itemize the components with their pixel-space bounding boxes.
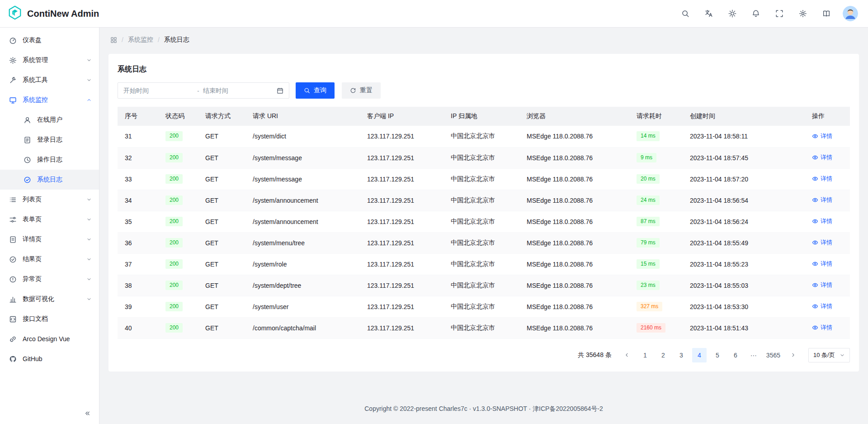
detail-link[interactable]: 详情 — [812, 281, 832, 289]
cell-no: 40 — [118, 317, 158, 338]
sidebar-item-form-page[interactable]: 表单页 — [0, 210, 99, 229]
app-logo[interactable]: ContiNew Admin — [7, 5, 99, 22]
detail-link[interactable]: 详情 — [812, 175, 832, 183]
sidebar-item-operation-log[interactable]: 操作日志 — [0, 150, 99, 170]
range-separator: - — [197, 87, 199, 94]
docs-button[interactable] — [819, 6, 834, 21]
cell-created-time: 2023-11-04 18:55:03 — [683, 275, 805, 296]
pagination-page-3[interactable]: 3 — [674, 348, 689, 362]
status-badge: 200 — [165, 238, 183, 248]
detail-link[interactable]: 详情 — [812, 238, 832, 247]
history-icon — [24, 156, 32, 164]
chevron-down-icon — [86, 237, 92, 242]
api-doc-icon — [9, 315, 17, 323]
sidebar-item-data-visualization[interactable]: 数据可视化 — [0, 289, 99, 309]
pagination-page-2[interactable]: 2 — [656, 348, 670, 362]
cell-browser: MSEdge 118.0.2088.76 — [519, 232, 629, 253]
settings-icon — [799, 10, 807, 18]
column-header: 序号 — [118, 107, 158, 126]
detail-link[interactable]: 详情 — [812, 260, 832, 268]
column-header: IP 归属地 — [443, 107, 519, 126]
end-time-input[interactable] — [203, 87, 273, 94]
pagination-page-1[interactable]: 1 — [638, 348, 652, 362]
sidebar-item-arco-design-vue[interactable]: Arco Design Vue — [0, 329, 99, 349]
cell-method: GET — [198, 190, 245, 211]
cell-ip-region: 中国北京北京市 — [443, 126, 519, 147]
sidebar-item-system-log[interactable]: 系统日志 — [0, 170, 99, 190]
apps-grid-icon[interactable] — [110, 37, 117, 43]
app-logo-icon — [7, 5, 23, 22]
search-icon — [304, 87, 310, 94]
sidebar-item-list-page[interactable]: 列表页 — [0, 190, 99, 210]
page-size-select[interactable]: 10 条/页 — [808, 348, 850, 362]
sidebar-item-api-doc[interactable]: 接口文档 — [0, 309, 99, 329]
cell-method: GET — [198, 253, 245, 275]
sidebar-item-detail-page[interactable]: 详情页 — [0, 229, 99, 249]
sidebar-item-github[interactable]: GitHub — [0, 349, 99, 369]
cell-client-ip: 123.117.129.251 — [360, 190, 443, 211]
docs-icon — [822, 10, 830, 18]
duration-badge: 24 ms — [637, 195, 660, 205]
detail-link[interactable]: 详情 — [812, 196, 832, 204]
detail-link[interactable]: 详情 — [812, 302, 832, 310]
sidebar-item-system-monitor[interactable]: 系统监控 — [0, 90, 99, 110]
chevron-down-icon — [86, 197, 92, 202]
cell-method: GET — [198, 147, 245, 168]
sidebar-item-online-users[interactable]: 在线用户 — [0, 110, 99, 130]
cell-no: 34 — [118, 190, 158, 211]
sidebar-collapse-button[interactable] — [81, 407, 94, 419]
search-button[interactable]: 查询 — [296, 82, 335, 99]
detail-link-label: 详情 — [821, 260, 832, 268]
pagination-page-4[interactable]: 4 — [692, 348, 707, 362]
detail-link[interactable]: 详情 — [812, 324, 832, 332]
cell-created-time: 2023-11-04 18:56:54 — [683, 190, 805, 211]
pagination-page-6[interactable]: 6 — [728, 348, 743, 362]
reset-button[interactable]: 重置 — [342, 82, 381, 99]
cell-client-ip: 123.117.129.251 — [360, 296, 443, 317]
pagination-prev-button[interactable] — [620, 348, 634, 362]
sidebar-item-result-page[interactable]: 结果页 — [0, 249, 99, 269]
pagination-total: 共 35648 条 — [578, 351, 612, 359]
cell-client-ip: 123.117.129.251 — [360, 211, 443, 232]
chevron-down-icon — [86, 57, 92, 63]
sidebar-item-system-management[interactable]: 系统管理 — [0, 50, 99, 70]
chevron-down-icon — [86, 217, 92, 222]
detail-link-label: 详情 — [821, 238, 832, 247]
date-range-picker[interactable]: - — [118, 82, 289, 99]
theme-button[interactable] — [725, 6, 740, 21]
sidebar-item-system-tools[interactable]: 系统工具 — [0, 70, 99, 90]
settings-button[interactable] — [796, 6, 810, 21]
pagination-ellipsis[interactable]: ··· — [746, 348, 761, 362]
detail-icon — [9, 235, 17, 243]
sidebar-item-exception-page[interactable]: 异常页 — [0, 269, 99, 289]
notifications-button[interactable] — [749, 6, 763, 21]
fullscreen-button[interactable] — [772, 6, 787, 21]
cell-browser: MSEdge 118.0.2088.76 — [519, 317, 629, 338]
pagination-page-3565[interactable]: 3565 — [764, 348, 782, 362]
sidebar-item-login-log[interactable]: 登录日志 — [0, 130, 99, 150]
github-icon — [9, 355, 17, 363]
table-row: 34200GET/system/announcement123.117.129.… — [118, 190, 850, 211]
top-header: ContiNew Admin — [0, 0, 868, 28]
start-time-input[interactable] — [123, 87, 193, 94]
duration-badge: 9 ms — [637, 153, 656, 163]
sidebar-item-label: 异常页 — [23, 275, 81, 283]
chevron-down-icon — [86, 296, 92, 302]
sidebar-item-label: 表单页 — [23, 215, 81, 224]
detail-link[interactable]: 详情 — [812, 153, 832, 162]
sidebar-item-label: 系统监控 — [23, 96, 81, 104]
pagination-next-button[interactable] — [786, 348, 800, 362]
breadcrumb-separator: / — [122, 36, 123, 43]
translate-button[interactable] — [702, 6, 716, 21]
search-button[interactable] — [678, 6, 693, 21]
cell-browser: MSEdge 118.0.2088.76 — [519, 168, 629, 190]
detail-link[interactable]: 详情 — [812, 217, 832, 225]
sidebar-item-dashboard[interactable]: 仪表盘 — [0, 30, 99, 50]
detail-link[interactable]: 详情 — [812, 132, 832, 140]
avatar[interactable] — [843, 6, 858, 21]
breadcrumb-item-monitor[interactable]: 系统监控 — [128, 36, 153, 44]
cell-no: 31 — [118, 126, 158, 147]
cell-created-time: 2023-11-04 18:55:23 — [683, 253, 805, 275]
pagination-page-5[interactable]: 5 — [710, 348, 725, 362]
filter-bar: - 查询 重置 — [118, 82, 850, 99]
